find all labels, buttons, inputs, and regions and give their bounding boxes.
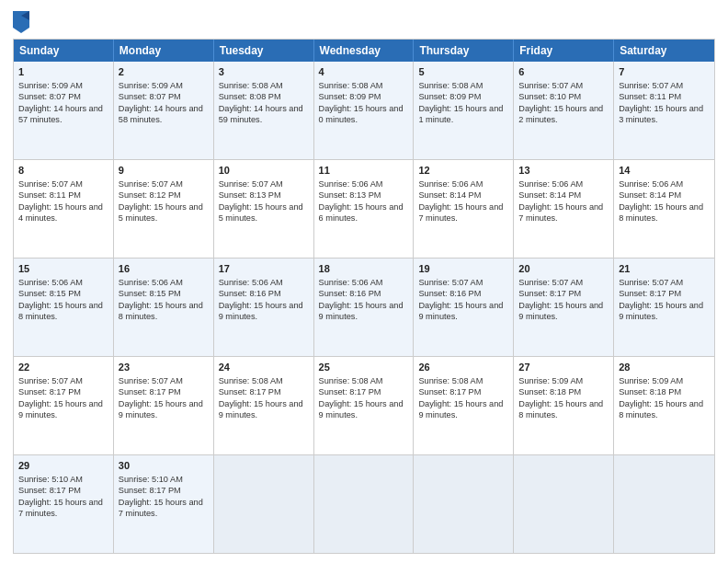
header (13, 9, 715, 33)
empty-cell (614, 455, 714, 553)
day-cell: 19 Sunrise: 5:07 AM Sunset: 8:16 PM Dayl… (414, 259, 514, 356)
day-number: 28 (619, 361, 710, 374)
logo-icon (13, 11, 29, 33)
sunrise-text: Sunrise: 5:10 AM (18, 475, 83, 484)
sunrise-text: Sunrise: 5:08 AM (418, 376, 483, 385)
day-cell: 1 Sunrise: 5:09 AM Sunset: 8:07 PM Dayli… (14, 62, 114, 159)
daylight-text: Daylight: 15 hours and 8 minutes. (619, 399, 703, 419)
daylight-text: Daylight: 15 hours and 8 minutes. (619, 202, 703, 223)
day-of-week-header: Friday (514, 40, 614, 62)
daylight-text: Daylight: 15 hours and 1 minute. (418, 104, 503, 124)
day-number: 8 (18, 164, 108, 178)
day-of-week-header: Wednesday (314, 40, 415, 62)
sunrise-text: Sunrise: 5:07 AM (619, 278, 683, 287)
sunrise-text: Sunrise: 5:06 AM (418, 179, 483, 189)
day-number: 9 (119, 164, 209, 178)
daylight-text: Daylight: 15 hours and 9 minutes. (18, 399, 103, 419)
day-cell: 10 Sunrise: 5:07 AM Sunset: 8:13 PM Dayl… (214, 160, 314, 258)
day-cell: 30 Sunrise: 5:10 AM Sunset: 8:17 PM Dayl… (114, 455, 214, 553)
day-cell: 20 Sunrise: 5:07 AM Sunset: 8:17 PM Dayl… (514, 259, 614, 356)
daylight-text: Daylight: 15 hours and 0 minutes. (319, 104, 404, 124)
sunset-text: Sunset: 8:08 PM (219, 92, 281, 101)
day-number: 12 (418, 164, 508, 178)
empty-cell (314, 455, 415, 553)
day-cell: 26 Sunrise: 5:08 AM Sunset: 8:17 PM Dayl… (414, 357, 514, 454)
day-number: 13 (518, 164, 609, 178)
day-of-week-header: Thursday (414, 40, 514, 62)
daylight-text: Daylight: 14 hours and 57 minutes. (18, 104, 103, 124)
sunrise-text: Sunrise: 5:06 AM (619, 179, 683, 189)
sunset-text: Sunset: 8:18 PM (619, 387, 681, 396)
sunset-text: Sunset: 8:17 PM (418, 387, 481, 396)
day-number: 30 (119, 459, 209, 473)
day-number: 11 (319, 164, 409, 178)
day-cell: 16 Sunrise: 5:06 AM Sunset: 8:15 PM Dayl… (114, 259, 214, 356)
day-cell: 22 Sunrise: 5:07 AM Sunset: 8:17 PM Dayl… (14, 357, 114, 454)
sunrise-text: Sunrise: 5:08 AM (219, 376, 283, 385)
sunset-text: Sunset: 8:09 PM (319, 92, 381, 101)
day-cell: 9 Sunrise: 5:07 AM Sunset: 8:12 PM Dayli… (114, 160, 214, 258)
calendar-body: 1 Sunrise: 5:09 AM Sunset: 8:07 PM Dayli… (14, 62, 714, 553)
daylight-text: Daylight: 15 hours and 8 minutes. (518, 399, 603, 419)
sunrise-text: Sunrise: 5:10 AM (119, 475, 183, 484)
day-number: 29 (18, 459, 108, 473)
sunset-text: Sunset: 8:09 PM (418, 92, 481, 101)
day-number: 10 (219, 164, 309, 178)
sunset-text: Sunset: 8:17 PM (219, 387, 281, 396)
day-number: 1 (18, 65, 108, 79)
empty-cell (514, 455, 614, 553)
sunrise-text: Sunrise: 5:06 AM (319, 278, 383, 287)
daylight-text: Daylight: 15 hours and 9 minutes. (518, 301, 603, 321)
day-of-week-header: Tuesday (214, 40, 314, 62)
sunrise-text: Sunrise: 5:07 AM (518, 278, 583, 287)
day-number: 3 (219, 65, 309, 79)
day-cell: 2 Sunrise: 5:09 AM Sunset: 8:07 PM Dayli… (114, 62, 214, 159)
calendar: SundayMondayTuesdayWednesdayThursdayFrid… (13, 39, 715, 554)
day-number: 21 (619, 262, 710, 276)
day-cell: 13 Sunrise: 5:06 AM Sunset: 8:14 PM Dayl… (514, 160, 614, 258)
daylight-text: Daylight: 15 hours and 7 minutes. (418, 202, 503, 223)
sunrise-text: Sunrise: 5:09 AM (119, 81, 183, 90)
sunset-text: Sunset: 8:07 PM (119, 92, 181, 101)
sunrise-text: Sunrise: 5:06 AM (219, 278, 283, 287)
sunrise-text: Sunrise: 5:07 AM (219, 179, 283, 189)
sunset-text: Sunset: 8:16 PM (219, 289, 281, 298)
day-number: 27 (518, 361, 609, 374)
empty-cell (214, 455, 314, 553)
calendar-row: 15 Sunrise: 5:06 AM Sunset: 8:15 PM Dayl… (14, 258, 714, 356)
daylight-text: Daylight: 15 hours and 3 minutes. (619, 104, 703, 124)
page: SundayMondayTuesdayWednesdayThursdayFrid… (0, 0, 728, 563)
daylight-text: Daylight: 15 hours and 8 minutes. (18, 301, 103, 321)
empty-cell (414, 455, 514, 553)
sunset-text: Sunset: 8:15 PM (119, 289, 181, 298)
day-of-week-header: Monday (114, 40, 214, 62)
sunset-text: Sunset: 8:17 PM (518, 289, 581, 298)
day-number: 18 (319, 262, 409, 276)
daylight-text: Daylight: 15 hours and 2 minutes. (518, 104, 603, 124)
day-number: 22 (18, 361, 108, 374)
sunrise-text: Sunrise: 5:08 AM (418, 81, 483, 90)
day-cell: 17 Sunrise: 5:06 AM Sunset: 8:16 PM Dayl… (214, 259, 314, 356)
sunrise-text: Sunrise: 5:09 AM (18, 81, 83, 90)
day-cell: 25 Sunrise: 5:08 AM Sunset: 8:17 PM Dayl… (314, 357, 415, 454)
sunrise-text: Sunrise: 5:06 AM (518, 179, 583, 189)
daylight-text: Daylight: 15 hours and 9 minutes. (119, 399, 203, 419)
sunset-text: Sunset: 8:14 PM (518, 190, 581, 200)
sunrise-text: Sunrise: 5:06 AM (119, 278, 183, 287)
calendar-row: 8 Sunrise: 5:07 AM Sunset: 8:11 PM Dayli… (14, 159, 714, 258)
daylight-text: Daylight: 15 hours and 7 minutes. (18, 498, 103, 518)
calendar-row: 22 Sunrise: 5:07 AM Sunset: 8:17 PM Dayl… (14, 356, 714, 454)
sunset-text: Sunset: 8:18 PM (518, 387, 581, 396)
day-number: 20 (518, 262, 609, 276)
sunrise-text: Sunrise: 5:07 AM (119, 376, 183, 385)
sunset-text: Sunset: 8:17 PM (18, 387, 81, 396)
daylight-text: Daylight: 15 hours and 5 minutes. (219, 202, 303, 223)
sunrise-text: Sunrise: 5:08 AM (219, 81, 283, 90)
daylight-text: Daylight: 15 hours and 6 minutes. (319, 202, 404, 223)
day-number: 2 (119, 65, 209, 79)
sunset-text: Sunset: 8:10 PM (518, 92, 581, 101)
day-number: 17 (219, 262, 309, 276)
sunset-text: Sunset: 8:15 PM (18, 289, 81, 298)
day-number: 5 (418, 65, 508, 79)
sunset-text: Sunset: 8:12 PM (119, 190, 181, 200)
